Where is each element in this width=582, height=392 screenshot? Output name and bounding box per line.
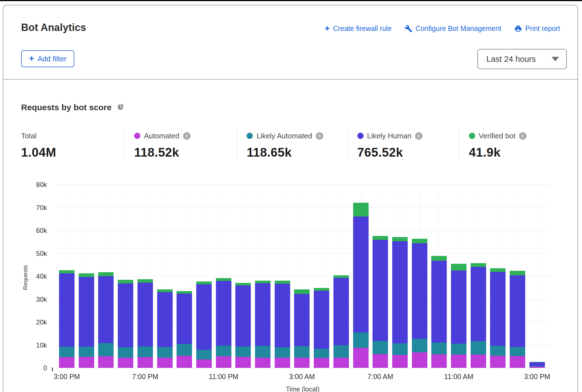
bar-segment-verified-bot — [529, 362, 545, 362]
info-icon[interactable]: i — [415, 132, 423, 140]
bar-3-00-pm — [529, 362, 545, 368]
bar-segment-automated — [177, 356, 192, 368]
bar-segment-likely-human — [255, 283, 270, 346]
stat-likely-automated-value: 118.65k — [247, 145, 347, 159]
bar-segment-likely-human — [373, 240, 388, 341]
pie-chart-icon — [117, 103, 124, 112]
stat-total-value: 1.04M — [21, 145, 124, 159]
add-filter-button[interactable]: + Add filter — [21, 50, 74, 67]
gridline-vertical — [459, 185, 459, 368]
bar-segment-likely-automated — [353, 332, 369, 348]
bar-segment-verified-bot — [196, 281, 212, 284]
bar-segment-likely-human — [412, 243, 427, 339]
bar-segment-verified-bot — [137, 279, 153, 283]
gridline-vertical — [537, 185, 537, 368]
print-report-label: Print report — [525, 24, 560, 33]
bar-9-00-pm — [177, 291, 192, 368]
bar-segment-automated — [294, 358, 310, 368]
likely-human-legend-dot — [357, 133, 364, 139]
bar-segment-verified-bot — [216, 278, 231, 281]
gridline-vertical — [380, 185, 381, 368]
bar-10-00-pm — [196, 281, 212, 368]
gridline-vertical — [439, 185, 439, 368]
bar-segment-automated — [490, 356, 506, 368]
y-tick-label: 40k — [16, 272, 47, 281]
stat-automated-value: 118.52k — [134, 145, 237, 159]
bar-segment-likely-automated — [196, 350, 212, 359]
y-tick-label: 70k — [16, 204, 47, 212]
gridline-vertical — [126, 185, 126, 368]
create-firewall-rule-link[interactable]: + Create firewall rule — [324, 24, 391, 33]
x-tick-mark — [67, 368, 67, 371]
bar-segment-likely-automated — [118, 347, 133, 358]
bar-7-00-am — [373, 236, 388, 368]
chevron-down-icon — [552, 57, 559, 61]
stat-verified-bot-value: 41.9k — [469, 145, 566, 159]
bar-1-00-pm — [490, 268, 506, 368]
info-icon[interactable]: i — [316, 132, 323, 140]
y-tick-label: 50k — [16, 249, 47, 258]
bar-segment-verified-bot — [98, 272, 114, 276]
bar-segment-likely-automated — [490, 346, 506, 356]
bar-segment-verified-bot — [333, 275, 349, 278]
gridline-vertical — [204, 185, 204, 368]
stat-total-label: Total — [21, 132, 37, 140]
window-top-edge — [0, 0, 582, 1]
gridline-horizontal — [55, 230, 551, 231]
x-tick-label: 11:00 PM — [201, 373, 246, 381]
bar-segment-automated — [333, 358, 349, 368]
bar-segment-automated — [314, 358, 329, 368]
verified-bot-legend-dot — [469, 133, 475, 139]
y-axis-title: Requests — [22, 265, 29, 290]
gridline-vertical — [165, 185, 165, 368]
bar-segment-likely-automated — [98, 343, 114, 356]
gridline-vertical — [282, 185, 283, 368]
bar-9-00-am — [412, 239, 427, 368]
bar-segment-verified-bot — [471, 263, 486, 267]
gridline-vertical — [361, 185, 361, 368]
bar-segment-automated — [157, 358, 173, 368]
bar-11-00-pm — [216, 278, 231, 368]
info-icon[interactable]: i — [519, 132, 527, 140]
gridline-vertical — [145, 185, 145, 368]
bar-segment-likely-human — [177, 294, 192, 344]
bar-segment-likely-human — [490, 272, 506, 346]
time-range-value: Last 24 hours — [486, 55, 536, 64]
stat-likely-human-value: 765.52k — [357, 145, 459, 159]
info-icon[interactable]: i — [183, 132, 191, 140]
gridline-vertical — [419, 185, 420, 368]
create-firewall-rule-label: Create firewall rule — [333, 24, 391, 33]
bar-segment-likely-human — [431, 261, 447, 343]
configure-bot-management-link[interactable]: Configure Bot Management — [405, 24, 502, 33]
bar-segment-verified-bot — [451, 264, 466, 271]
bar-segment-likely-human — [510, 275, 525, 347]
page-title: Bot Analytics — [21, 22, 86, 33]
bar-segment-automated — [431, 354, 447, 368]
x-tick-mark — [459, 368, 459, 371]
time-range-dropdown[interactable]: Last 24 hours — [477, 49, 567, 69]
bar-segment-likely-human — [451, 271, 466, 344]
print-report-link[interactable]: Print report — [514, 24, 560, 33]
x-tick-mark — [224, 368, 224, 371]
bar-segment-verified-bot — [79, 273, 94, 277]
bar-10-00-am — [431, 256, 447, 368]
bar-2-00-pm — [510, 271, 525, 368]
bar-segment-likely-automated — [451, 344, 466, 354]
origin-tick-mark — [52, 368, 53, 371]
bar-4-00-am — [314, 288, 329, 368]
wrench-icon — [405, 25, 412, 33]
bar-segment-automated — [196, 359, 212, 368]
bar-segment-verified-bot — [157, 289, 173, 292]
bar-segment-likely-human — [529, 362, 545, 366]
bar-segment-likely-automated — [235, 346, 251, 357]
section-title: Requests by bot score — [21, 103, 112, 112]
x-tick-mark — [537, 368, 537, 371]
configure-bot-management-label: Configure Bot Management — [416, 24, 502, 33]
bar-3-00-am — [294, 289, 310, 368]
bar-segment-likely-human — [216, 281, 231, 346]
plus-icon: + — [324, 25, 330, 31]
gridline-vertical — [224, 185, 224, 368]
x-tick-label: 11:00 AM — [436, 373, 481, 381]
bar-segment-likely-automated — [275, 347, 290, 358]
bar-segment-automated — [59, 357, 75, 368]
